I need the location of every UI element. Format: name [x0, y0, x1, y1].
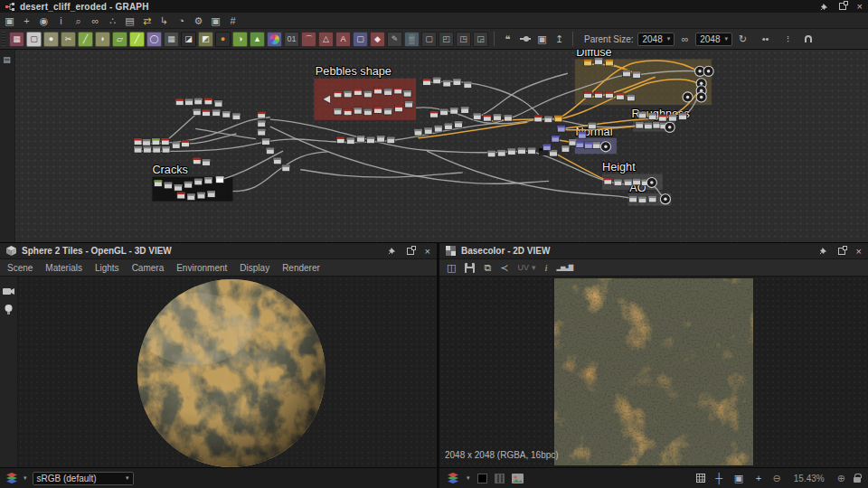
menu-environment[interactable]: Environment — [176, 263, 227, 273]
dock-frame-node-icon[interactable]: ◲ — [473, 32, 488, 47]
text-node-icon[interactable]: A — [335, 32, 351, 47]
warp-node-icon[interactable]: △ — [318, 32, 334, 47]
background-checker-swatch[interactable] — [495, 474, 505, 483]
view3d-viewport[interactable] — [18, 277, 437, 467]
wire[interactable] — [477, 73, 568, 117]
bitmap-node-icon[interactable]: 01 — [284, 32, 299, 47]
zoom-in-icon[interactable]: ⊕ — [837, 473, 845, 484]
pyramid-node-icon[interactable]: ▲ — [250, 32, 265, 47]
transformation-node-icon[interactable]: ▱ — [112, 32, 127, 47]
wire[interactable] — [300, 170, 463, 177]
emboss-node-icon[interactable]: ◪ — [181, 32, 196, 47]
menu-scene[interactable]: Scene — [7, 263, 33, 273]
pin-icon[interactable] — [388, 247, 396, 255]
noise-node-icon[interactable]: ▒ — [404, 32, 420, 47]
close-icon[interactable]: × — [856, 247, 862, 256]
show-connections-icon[interactable]: ⇄ — [141, 14, 153, 28]
zoom-out-icon[interactable]: ⊖ — [773, 473, 781, 484]
parent-width-select[interactable]: 2048▾ — [637, 33, 675, 46]
uv-mode-select[interactable]: UV▾ — [517, 263, 535, 272]
copy-icon[interactable]: ⧉ — [484, 260, 491, 275]
pin-icon[interactable] — [820, 3, 828, 11]
thumbnail-display-icon[interactable]: ▤ — [124, 14, 136, 28]
restore-icon[interactable] — [407, 248, 414, 255]
background-black-swatch[interactable] — [477, 474, 487, 483]
shape-node-icon[interactable]: ◑ — [232, 32, 248, 47]
hsl-node-icon[interactable]: ◯ — [146, 32, 162, 47]
histogram-icon[interactable]: ▂▅▃▇ — [557, 264, 573, 271]
link-display-icon[interactable]: ∞ — [90, 14, 101, 28]
pin-node-icon[interactable] — [517, 32, 533, 47]
wire[interactable] — [165, 114, 197, 142]
menu-display[interactable]: Display — [240, 263, 269, 273]
anchor-node-icon[interactable]: ● — [215, 32, 231, 47]
pan-view-icon[interactable]: + — [21, 14, 33, 28]
uniform-color-node-icon[interactable]: ▦ — [9, 32, 24, 47]
restore-icon[interactable] — [839, 3, 846, 10]
svg-node-icon[interactable]: ▢ — [353, 32, 368, 47]
grayscale-conversion-node-icon[interactable]: ▦ — [164, 32, 179, 47]
colorspace-select[interactable]: sRGB (default)▾ — [33, 472, 134, 485]
tools-icon[interactable]: ⚙ — [193, 14, 204, 28]
graph-strip-handle-icon[interactable]: ▤ — [1, 52, 13, 67]
close-icon[interactable]: × — [425, 247, 430, 256]
comment-icon[interactable]: ❝ — [500, 32, 515, 47]
close-icon[interactable]: × — [857, 2, 863, 11]
pan-view-icon[interactable]: + — [753, 471, 765, 485]
preset-frame-node-icon[interactable]: ◳ — [456, 32, 471, 47]
node-display-icon[interactable]: ∴ — [107, 14, 118, 28]
reset-size-icon[interactable]: ↻ — [737, 32, 749, 46]
view2d-viewport[interactable]: 2048 x 2048 (RGBA, 16bpc) — [439, 277, 868, 467]
search-icon[interactable]: ⌕ — [72, 14, 84, 28]
wire[interactable] — [270, 119, 531, 153]
needle-pin-icon[interactable]: ↥ — [552, 32, 567, 47]
save-icon[interactable] — [465, 263, 475, 273]
wire[interactable] — [220, 151, 283, 180]
lightbulb-icon[interactable] — [5, 305, 13, 315]
light-node-icon[interactable]: ◩ — [198, 32, 213, 47]
wire[interactable] — [270, 127, 549, 183]
menu-camera[interactable]: Camera — [132, 263, 165, 273]
frame-node-icon[interactable]: ▢ — [421, 32, 437, 47]
timing-icon[interactable]: ◔ — [175, 14, 187, 28]
lock-icon[interactable] — [854, 477, 861, 483]
menu-renderer[interactable]: Renderer — [282, 263, 320, 273]
image-node-icon[interactable]: ▣ — [534, 32, 550, 47]
fit-view-icon[interactable]: ▣ — [4, 14, 15, 28]
curve-node-icon[interactable]: ╱ — [78, 32, 93, 47]
menu-lights[interactable]: Lights — [95, 263, 119, 273]
link-sizes-icon[interactable]: ∞ — [679, 32, 691, 46]
color-profile-layers-icon[interactable] — [5, 473, 18, 484]
restore-icon[interactable] — [838, 248, 845, 255]
splatter-node-icon[interactable]: ◆ — [370, 32, 385, 47]
gradient-map-node-icon[interactable] — [267, 32, 282, 47]
toolbar-drag-handle[interactable] — [2, 32, 5, 46]
export-image-icon[interactable]: ◫ — [447, 260, 456, 275]
dot-pair-vertical-icon[interactable]: ⁝ — [782, 32, 794, 46]
snap-magnet-icon[interactable] — [805, 35, 812, 42]
node-graph[interactable]: Pebbles shapeCracksDiffuseRoughnessNorma… — [0, 50, 868, 242]
chevron-down-icon[interactable]: ▾ — [24, 474, 27, 482]
node-graph-canvas[interactable]: Pebbles shapeCracksDiffuseRoughnessNorma… — [0, 50, 868, 242]
gradient-node-icon[interactable]: ╱ — [129, 32, 145, 47]
snap-uv-icon[interactable]: ┼ — [713, 471, 725, 485]
pin-view-node-icon[interactable]: ◰ — [439, 32, 454, 47]
blur-node-icon[interactable]: ● — [43, 32, 59, 47]
parent-height-select[interactable]: 2048▾ — [695, 33, 732, 46]
directional-blur-node-icon[interactable]: ◗ — [95, 32, 110, 47]
bezier-links-icon[interactable]: ↳ — [158, 14, 170, 28]
screenshot-icon[interactable]: ◉ — [38, 14, 50, 28]
image-preview-icon[interactable]: ▣ — [210, 14, 222, 28]
video-camera-icon[interactable] — [3, 287, 14, 296]
vector-graphics-node-icon[interactable]: ✎ — [387, 32, 402, 47]
chevron-down-icon[interactable]: ▾ — [467, 474, 470, 482]
info-icon[interactable]: i — [55, 14, 67, 28]
dot-pair-horizontal-icon[interactable]: •• — [760, 32, 771, 46]
curvature-node-icon[interactable]: ⌒ — [301, 32, 316, 47]
show-grid-icon[interactable] — [696, 474, 705, 483]
background-image-icon[interactable] — [512, 474, 524, 483]
color-profile-layers-icon[interactable] — [447, 473, 459, 484]
channel-shuffle-node-icon[interactable]: ✂ — [61, 32, 76, 47]
fit-view-icon[interactable]: ▣ — [733, 471, 745, 485]
blend-node-icon[interactable]: ▢ — [26, 32, 42, 47]
